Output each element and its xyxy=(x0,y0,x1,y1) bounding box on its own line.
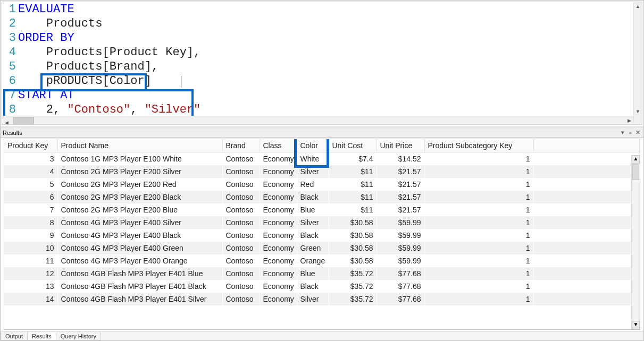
dax-editor[interactable]: 12345678 EVALUATE ProductsORDER BY Produ… xyxy=(2,2,642,124)
cell: 1 xyxy=(424,178,533,191)
column-header[interactable]: Product Key xyxy=(4,139,57,152)
line-number: 1 xyxy=(2,2,16,16)
cell: Contoso xyxy=(222,229,260,242)
column-header[interactable]: Unit Price xyxy=(377,139,424,152)
cell: Economy xyxy=(260,216,297,229)
tab-output[interactable]: Output xyxy=(1,333,28,340)
cell: $21.57 xyxy=(377,178,424,191)
cell: Economy xyxy=(260,229,297,242)
table-row[interactable]: 11Contoso 4G MP3 Player E400 OrangeConto… xyxy=(4,254,640,267)
vscroll-thumb[interactable] xyxy=(632,164,639,180)
cell: 4 xyxy=(4,165,57,178)
scroll-down-icon[interactable]: ▼ xyxy=(634,107,642,116)
table-row[interactable]: 6Contoso 2G MP3 Player E200 BlackContoso… xyxy=(4,191,640,203)
hscroll-thumb[interactable] xyxy=(13,117,34,124)
cell: $59.99 xyxy=(377,216,424,229)
cell: $11 xyxy=(329,191,377,203)
code-line[interactable]: ORDER BY xyxy=(18,31,642,45)
cell: Contoso 2G MP3 Player E200 Blue xyxy=(57,203,222,216)
cell: Contoso 2G MP3 Player E200 Red xyxy=(57,178,222,191)
code-line[interactable]: 2, "Contoso", "Silver" xyxy=(18,103,642,117)
bottom-tab-bar: Output Results Query History xyxy=(1,331,643,340)
code-line[interactable]: pRODUCTS[Color] xyxy=(18,74,642,88)
pane-menu-icon[interactable]: ▾ xyxy=(619,129,626,136)
cell: $59.99 xyxy=(377,242,424,254)
cell: Contoso 4G MP3 Player E400 Orange xyxy=(57,254,222,267)
column-header[interactable]: Product Subcategory Key xyxy=(424,139,533,152)
tab-query-history[interactable]: Query History xyxy=(56,333,101,340)
code-token: START AT xyxy=(18,89,74,102)
column-header[interactable]: Color xyxy=(297,139,329,152)
table-row[interactable]: 4Contoso 2G MP3 Player E200 SilverContos… xyxy=(4,165,640,178)
line-number: 3 xyxy=(2,31,16,45)
app-window: 12345678 EVALUATE ProductsORDER BY Produ… xyxy=(0,0,644,341)
code-token: , xyxy=(130,103,144,116)
results-header: Results ▾ ▫ ✕ xyxy=(1,128,643,138)
scroll-up-icon[interactable]: ▲ xyxy=(634,2,642,11)
column-header[interactable]: Unit Cost xyxy=(329,139,377,152)
tab-results[interactable]: Results xyxy=(27,333,56,340)
cell: 1 xyxy=(424,293,533,305)
cell: Contoso 1G MP3 Player E100 White xyxy=(57,152,222,166)
cell: 1 xyxy=(424,216,533,229)
pane-close-icon[interactable]: ✕ xyxy=(634,129,641,136)
table-row[interactable]: 10Contoso 4G MP3 Player E400 GreenContos… xyxy=(4,242,640,254)
editor-vertical-scrollbar[interactable]: ▲ ▼ xyxy=(633,2,642,124)
cell: Red xyxy=(297,178,329,191)
cell: $35.72 xyxy=(329,280,377,293)
scroll-up-icon[interactable]: ▲ xyxy=(632,155,640,164)
line-number: 6 xyxy=(2,74,16,88)
code-line[interactable]: START AT xyxy=(18,88,642,103)
code-line[interactable]: Products xyxy=(18,16,642,31)
table-row[interactable]: 7Contoso 2G MP3 Player E200 BlueContosoE… xyxy=(4,203,640,216)
cell: 1 xyxy=(424,267,533,280)
cell: $30.58 xyxy=(329,216,377,229)
table-row[interactable]: 5Contoso 2G MP3 Player E200 RedContosoEc… xyxy=(4,178,640,191)
grid-header-row[interactable]: Product KeyProduct NameBrandClassColorUn… xyxy=(4,139,640,152)
cell: Blue xyxy=(297,267,329,280)
scroll-down-icon[interactable]: ▼ xyxy=(632,321,640,329)
cell: Economy xyxy=(260,293,297,305)
table-row[interactable]: 3Contoso 1G MP3 Player E100 WhiteContoso… xyxy=(4,152,640,166)
cell: Contoso xyxy=(222,242,260,254)
table-row[interactable]: 9Contoso 4G MP3 Player E400 BlackContoso… xyxy=(4,229,640,242)
cell: Silver xyxy=(297,293,329,305)
editor-scroll: 12345678 EVALUATE ProductsORDER BY Produ… xyxy=(2,2,642,125)
column-header[interactable]: Class xyxy=(260,139,297,152)
table-row[interactable]: 13Contoso 4GB Flash MP3 Player E401 Blac… xyxy=(4,280,640,293)
cell: Economy xyxy=(260,152,297,166)
cell: White xyxy=(297,152,329,166)
results-grid[interactable]: Product KeyProduct NameBrandClassColorUn… xyxy=(4,139,640,305)
cell: Contoso 4G MP3 Player E400 Silver xyxy=(57,216,222,229)
cell: 13 xyxy=(4,280,57,293)
cell: $59.99 xyxy=(377,229,424,242)
cell: Contoso 2G MP3 Player E200 Silver xyxy=(57,165,222,178)
cell: Black xyxy=(297,229,329,242)
pane-pin-icon[interactable]: ▫ xyxy=(626,130,634,136)
results-grid-wrap: Product KeyProduct NameBrandClassColorUn… xyxy=(4,139,640,330)
code-token: "Contoso" xyxy=(67,103,130,116)
table-row[interactable]: 8Contoso 4G MP3 Player E400 SilverContos… xyxy=(4,216,640,229)
cell: Orange xyxy=(297,254,329,267)
cell: 1 xyxy=(424,203,533,216)
cell: $30.58 xyxy=(329,242,377,254)
table-row[interactable]: 14Contoso 4GB Flash MP3 Player E401 Silv… xyxy=(4,293,640,305)
cell: 1 xyxy=(424,242,533,254)
cell: 3 xyxy=(4,152,57,166)
code-line[interactable]: EVALUATE xyxy=(18,2,642,16)
scroll-left-icon[interactable]: ◀ xyxy=(2,118,11,125)
code-line[interactable]: Products[Brand], xyxy=(18,59,642,74)
scroll-right-icon[interactable]: ▶ xyxy=(625,116,633,125)
code-area[interactable]: EVALUATE ProductsORDER BY Products[Produ… xyxy=(18,2,642,124)
grid-vertical-scrollbar[interactable]: ▲ ▼ xyxy=(631,155,640,329)
cell: $77.68 xyxy=(377,293,424,305)
editor-horizontal-scrollbar[interactable]: ◀ ▶ xyxy=(2,116,633,124)
cell: Contoso xyxy=(222,254,260,267)
column-header[interactable]: Brand xyxy=(222,139,260,152)
cell: 1 xyxy=(424,191,533,203)
table-row[interactable]: 12Contoso 4GB Flash MP3 Player E401 Blue… xyxy=(4,267,640,280)
cell: Economy xyxy=(260,165,297,178)
line-number: 7 xyxy=(2,88,16,103)
code-line[interactable]: Products[Product Key], xyxy=(18,45,642,59)
column-header[interactable]: Product Name xyxy=(57,139,222,152)
